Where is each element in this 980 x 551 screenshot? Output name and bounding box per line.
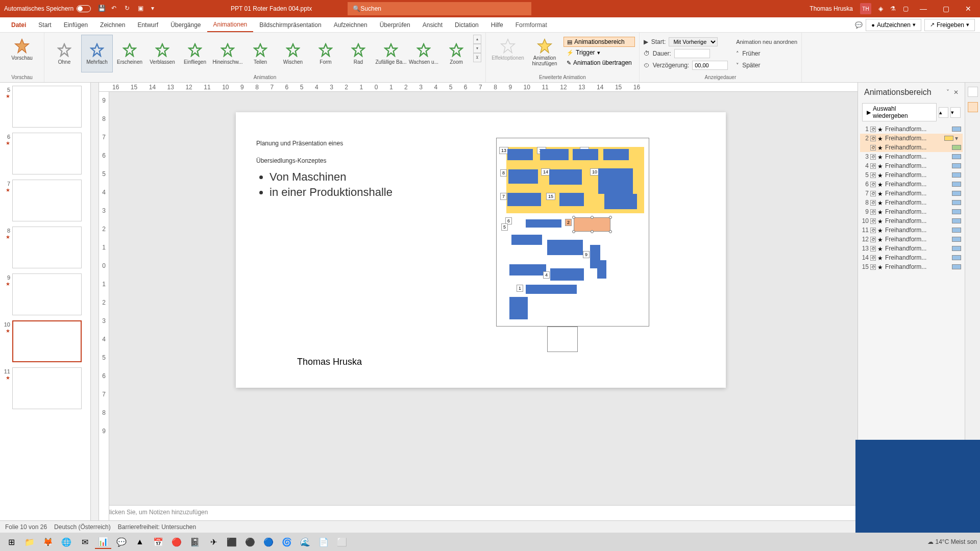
animation-item[interactable]: 5⏱★Freihandform... xyxy=(860,170,963,180)
slide-thumbnail-5[interactable]: 5★ xyxy=(2,86,88,128)
ribbon-mode-icon[interactable]: ⚗ xyxy=(890,5,896,12)
slide[interactable]: Planung und Präsentation einesÜbersiedlu… xyxy=(236,112,726,388)
language-status[interactable]: Deutsch (Österreich) xyxy=(54,523,111,531)
move-up-button[interactable]: ▴ xyxy=(939,107,949,118)
tab-insert[interactable]: Einfügen xyxy=(58,18,94,32)
animation-item[interactable]: 6⏱★Freihandform... xyxy=(860,180,963,189)
window-icon[interactable]: ▢ xyxy=(903,5,909,12)
tab-view[interactable]: Ansicht xyxy=(416,18,449,32)
animation-item[interactable]: 10⏱★Freihandform... xyxy=(860,216,963,226)
more-icon[interactable]: ▾ xyxy=(151,5,159,13)
trigger-button[interactable]: ⚡ Trigger ▾ xyxy=(564,48,635,57)
diamond-icon[interactable]: ◈ xyxy=(878,5,883,12)
thumbnail-scrollbar[interactable] xyxy=(91,83,99,520)
app-icon[interactable]: 💬 xyxy=(113,535,130,549)
redo-icon[interactable]: ↻ xyxy=(125,5,133,13)
animation-wachsen u...[interactable]: Wachsen u... xyxy=(408,35,439,72)
animation-verblassen[interactable]: Verblassen xyxy=(146,35,178,72)
gallery-down[interactable]: ▾ xyxy=(473,44,481,53)
slide-thumbnail-6[interactable]: 6★ xyxy=(2,133,88,174)
tab-shapeformat[interactable]: Formformat xyxy=(509,18,553,32)
animation-ohne[interactable]: Ohne xyxy=(48,35,80,72)
telegram-icon[interactable]: ✈ xyxy=(205,535,222,549)
animation-wischen[interactable]: Wischen xyxy=(277,35,309,72)
tab-help[interactable]: Hilfe xyxy=(485,18,509,32)
animation-teilen[interactable]: Teilen xyxy=(244,35,276,72)
slide-author[interactable]: Thomas Hruska xyxy=(297,357,362,367)
animation-item[interactable]: ⏱★Freihandform... xyxy=(860,143,963,152)
animation-item[interactable]: 3⏱★Freihandform... xyxy=(860,152,963,161)
animation-pane-button[interactable]: ▤ Animationsbereich xyxy=(564,37,635,47)
app-icon[interactable]: 📅 xyxy=(150,535,166,549)
animation-mehrfach[interactable]: Mehrfach xyxy=(81,35,113,72)
animation-item[interactable]: 14⏱★Freihandform... xyxy=(860,253,963,262)
add-animation-button[interactable]: Animation hinzufügen xyxy=(527,35,562,69)
tab-animations[interactable]: Animationen xyxy=(207,18,254,32)
tab-start[interactable]: Start xyxy=(32,18,57,32)
move-later-button[interactable]: ˅ Später xyxy=(736,60,797,70)
animation-item[interactable]: 13⏱★Freihandform... xyxy=(860,244,963,253)
slide-thumbnail-8[interactable]: 8★ xyxy=(2,227,88,268)
slide-thumbnails[interactable]: 5★6★7★8★9★10★11★ xyxy=(0,83,91,520)
tab-transitions[interactable]: Übergänge xyxy=(164,18,207,32)
autosave-toggle[interactable]: Automatisches Speichern xyxy=(4,5,91,12)
app-icon[interactable]: 🌀 xyxy=(279,535,295,549)
app-icon[interactable]: ⬛ xyxy=(224,535,240,549)
play-selection-button[interactable]: ▶ Auswahl wiedergeben xyxy=(862,103,937,121)
slide-thumbnail-11[interactable]: 11★ xyxy=(2,367,88,409)
app-icon[interactable]: 🔴 xyxy=(168,535,185,549)
rail-icon[interactable] xyxy=(968,87,978,97)
undo-icon[interactable]: ↶ xyxy=(111,5,119,13)
firefox-icon[interactable]: 🦊 xyxy=(40,535,56,549)
slide-thumbnail-7[interactable]: 7★ xyxy=(2,180,88,221)
slide-thumbnail-9[interactable]: 9★ xyxy=(2,273,88,315)
animation-item[interactable]: 8⏱★Freihandform... xyxy=(860,198,963,207)
animation-item[interactable]: 9⏱★Freihandform... xyxy=(860,207,963,216)
notes-pane[interactable]: Klicken Sie, um Notizen hinzuzufügen xyxy=(99,505,857,520)
animation-item[interactable]: 4⏱★Freihandform... xyxy=(860,161,963,170)
search-box[interactable]: 🔍 xyxy=(348,2,531,15)
tab-design[interactable]: Entwurf xyxy=(131,18,164,32)
animation-erscheinen[interactable]: Erscheinen xyxy=(114,35,145,72)
document-title[interactable]: PPT 01 Roter Faden 004.pptx xyxy=(231,5,312,12)
gallery-more[interactable]: ⊻ xyxy=(473,53,481,62)
animation-painter-button[interactable]: ✎ Animation übertragen xyxy=(564,58,635,67)
present-icon[interactable]: ▣ xyxy=(138,5,146,13)
animation-item[interactable]: 1⏱★Freihandform... xyxy=(860,124,963,134)
explorer-icon[interactable]: 📁 xyxy=(21,535,38,549)
tab-record[interactable]: Aufzeichnen xyxy=(328,18,374,32)
obs-icon[interactable]: ⚫ xyxy=(242,535,258,549)
weather-widget[interactable]: ☁ 14°C Meist son xyxy=(927,538,977,545)
slide-canvas[interactable]: Planung und Präsentation einesÜbersiedlu… xyxy=(99,92,857,505)
tab-draw[interactable]: Zeichnen xyxy=(94,18,131,32)
close-button[interactable]: ✕ xyxy=(961,5,976,13)
maximize-button[interactable]: ▢ xyxy=(938,5,953,13)
app-icon[interactable]: ⬜ xyxy=(334,535,350,549)
save-icon[interactable]: 💾 xyxy=(98,5,106,13)
tab-dictation[interactable]: Dictation xyxy=(449,18,485,32)
animation-form[interactable]: Form xyxy=(310,35,341,72)
move-earlier-button[interactable]: ˄ Früher xyxy=(736,48,797,59)
app-icon[interactable]: 📄 xyxy=(315,535,332,549)
animation-zoom[interactable]: Zoom xyxy=(440,35,472,72)
app-icon[interactable]: 🔵 xyxy=(260,535,277,549)
slide-thumbnail-10[interactable]: 10★ xyxy=(2,320,88,362)
animation-item[interactable]: 15⏱★Freihandform... xyxy=(860,262,963,271)
selected-shape[interactable]: 2 xyxy=(574,217,610,232)
onenote-icon[interactable]: 📓 xyxy=(187,535,203,549)
slide-counter[interactable]: Folie 10 von 26 xyxy=(5,523,47,531)
preview-button[interactable]: Vorschau xyxy=(4,35,40,64)
animation-item[interactable]: 11⏱★Freihandform... xyxy=(860,226,963,235)
minimize-button[interactable]: — xyxy=(916,5,931,13)
start-button[interactable]: ⊞ xyxy=(3,535,19,549)
toggle-switch[interactable] xyxy=(77,5,91,12)
delay-input[interactable] xyxy=(692,61,728,70)
chrome-icon[interactable]: 🌐 xyxy=(58,535,75,549)
tab-file[interactable]: Datei xyxy=(5,18,32,32)
rail-icon-active[interactable] xyxy=(968,102,978,112)
animation-item[interactable]: 2⏱★Freihandform...▾ xyxy=(860,134,963,143)
comments-icon[interactable]: 💬 xyxy=(855,21,863,29)
gallery-up[interactable]: ▴ xyxy=(473,35,481,44)
vlc-icon[interactable]: ▲ xyxy=(132,535,148,549)
powerpoint-icon[interactable]: 📊 xyxy=(95,535,111,549)
